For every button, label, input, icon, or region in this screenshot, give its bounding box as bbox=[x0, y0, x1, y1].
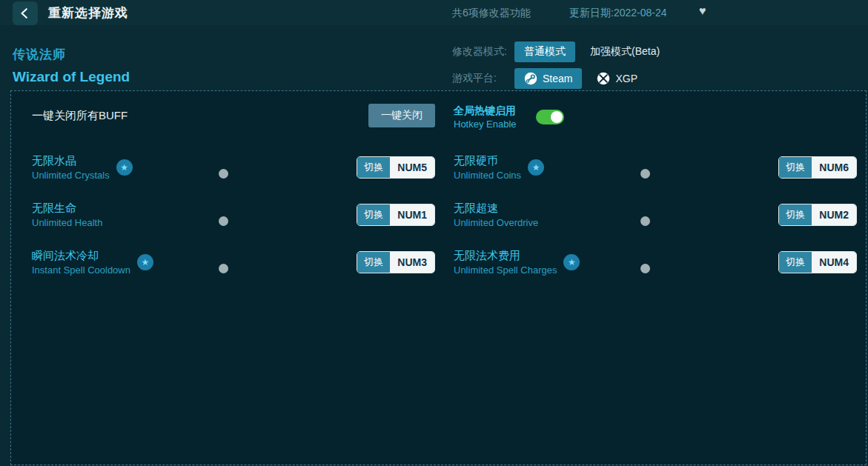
hotkey-toggle-label: 切换 bbox=[357, 252, 390, 273]
feature-name-block: 无限生命 Unlimited Health bbox=[32, 201, 102, 228]
feature-name-en: Unlimited Health bbox=[32, 217, 102, 228]
star-badge-icon: ★ bbox=[137, 254, 153, 270]
page-title: 重新选择游戏 bbox=[48, 4, 128, 21]
feature-hotkey-button[interactable]: 切换 NUM5 bbox=[357, 156, 435, 179]
toggle-knob bbox=[219, 264, 228, 273]
mode-enhanced-button[interactable]: 加强模式(Beta) bbox=[590, 45, 660, 59]
feature-hotkey-button[interactable]: 切换 NUM2 bbox=[778, 204, 857, 226]
feature-name-en: Unlimited Crystals bbox=[32, 170, 110, 181]
hotkey-key-label: NUM6 bbox=[812, 157, 856, 178]
feature-name-cn: 无限水晶 bbox=[32, 154, 110, 168]
feature-row: 无限水晶 Unlimited Crystals ★ 切换 NUM5 bbox=[32, 153, 435, 181]
hotkey-enable-section: 全局热键启用 Hotkey Enable bbox=[454, 104, 857, 130]
game-title-cn: 传说法师 bbox=[13, 46, 66, 63]
close-all-button[interactable]: 一键关闭 bbox=[368, 104, 435, 127]
hotkey-toggle-label: 切换 bbox=[357, 204, 390, 225]
toggle-knob bbox=[219, 169, 228, 179]
feature-hotkey-button[interactable]: 切换 NUM4 bbox=[778, 251, 857, 273]
panel-top-row: 一键关闭所有BUFF 一键关闭 全局热键启用 Hotkey Enable bbox=[32, 104, 857, 130]
features-count-label: 共6项修改器功能 bbox=[452, 7, 531, 20]
game-platform-label: 游戏平台: bbox=[452, 72, 514, 85]
update-date-label: 更新日期:2022-08-24 bbox=[569, 7, 667, 20]
toggle-knob bbox=[640, 216, 650, 226]
steam-icon bbox=[524, 72, 537, 85]
close-all-label: 一键关闭所有BUFF bbox=[32, 109, 127, 123]
feature-name-cn: 无限超速 bbox=[454, 202, 538, 216]
feature-name-en: Unlimited Spell Charges bbox=[454, 264, 557, 276]
hotkey-key-label: NUM2 bbox=[812, 204, 856, 225]
platform-steam-label: Steam bbox=[543, 73, 572, 84]
hotkey-toggle-label: 切换 bbox=[357, 157, 390, 178]
game-title-en: Wizard of Legend bbox=[13, 69, 130, 85]
back-button[interactable] bbox=[13, 1, 38, 25]
hotkey-key-label: NUM3 bbox=[390, 252, 434, 273]
favorite-heart-icon[interactable]: ♥ bbox=[699, 4, 706, 18]
feature-name-block: 无限硬币 Unlimited Coins ★ bbox=[454, 153, 544, 181]
game-header: 传说法师 Wizard of Legend 修改器模式: 普通模式 加强模式(B… bbox=[0, 25, 868, 90]
hotkey-key-label: NUM1 bbox=[390, 204, 434, 225]
feature-name-cn: 无限生命 bbox=[32, 202, 102, 216]
feature-name-block: 无限水晶 Unlimited Crystals ★ bbox=[32, 153, 133, 181]
hotkey-toggle-label: 切换 bbox=[779, 157, 812, 178]
hotkey-enable-toggle[interactable] bbox=[536, 110, 564, 124]
game-platform-row: 游戏平台: Steam bbox=[452, 67, 660, 90]
trainer-mode-label: 修改器模式: bbox=[452, 45, 514, 59]
feature-name-cn: 瞬间法术冷却 bbox=[32, 249, 130, 263]
feature-name-en: Instant Spell Cooldown bbox=[32, 264, 130, 276]
hotkey-toggle-label: 切换 bbox=[779, 204, 812, 225]
feature-name-en: Unlimited Coins bbox=[454, 170, 521, 181]
toggle-knob bbox=[640, 169, 650, 179]
top-bar: 重新选择游戏 共6项修改器功能 更新日期:2022-08-24 ♥ bbox=[0, 0, 868, 25]
feature-name-block: 无限超速 Unlimited Overdrive bbox=[454, 201, 538, 228]
hotkey-key-label: NUM5 bbox=[390, 157, 434, 178]
feature-row: 无限生命 Unlimited Health 切换 NUM1 bbox=[32, 201, 435, 228]
mode-normal-button[interactable]: 普通模式 bbox=[514, 41, 575, 62]
feature-name-en: Unlimited Overdrive bbox=[454, 217, 538, 228]
feature-hotkey-button[interactable]: 切换 NUM1 bbox=[357, 204, 435, 226]
feature-hotkey-button[interactable]: 切换 NUM3 bbox=[357, 251, 435, 273]
feature-name-block: 瞬间法术冷却 Instant Spell Cooldown ★ bbox=[32, 248, 153, 276]
xbox-icon bbox=[597, 72, 610, 85]
platform-steam-button[interactable]: Steam bbox=[514, 68, 582, 89]
platform-xgp-button[interactable]: XGP bbox=[597, 72, 637, 85]
hotkey-key-label: NUM4 bbox=[812, 252, 856, 273]
feature-name-cn: 无限法术费用 bbox=[454, 249, 557, 263]
toggle-knob bbox=[219, 216, 228, 226]
feature-hotkey-button[interactable]: 切换 NUM6 bbox=[778, 156, 857, 179]
hotkey-enable-label-cn: 全局热键启用 bbox=[454, 104, 517, 118]
feature-row: 无限超速 Unlimited Overdrive 切换 NUM2 bbox=[454, 201, 857, 228]
toggle-knob bbox=[640, 264, 650, 273]
close-all-section: 一键关闭所有BUFF 一键关闭 bbox=[32, 104, 435, 127]
hotkey-enable-label-en: Hotkey Enable bbox=[454, 119, 517, 130]
feature-row: 无限法术费用 Unlimited Spell Charges ★ 切换 NUM4 bbox=[454, 248, 857, 276]
star-badge-icon: ★ bbox=[563, 254, 580, 270]
trainer-panel: 一键关闭所有BUFF 一键关闭 全局热键启用 Hotkey Enable 无限水… bbox=[10, 90, 867, 465]
trainer-mode-row: 修改器模式: 普通模式 加强模式(Beta) bbox=[452, 41, 660, 63]
toggle-knob bbox=[551, 111, 563, 123]
feature-row: 无限硬币 Unlimited Coins ★ 切换 NUM6 bbox=[454, 153, 857, 181]
star-badge-icon: ★ bbox=[528, 159, 544, 176]
header-controls: 修改器模式: 普通模式 加强模式(Beta) 游戏平台: Steam bbox=[452, 41, 660, 94]
hotkey-toggle-label: 切换 bbox=[779, 252, 812, 273]
feature-name-cn: 无限硬币 bbox=[454, 154, 521, 168]
feature-row: 瞬间法术冷却 Instant Spell Cooldown ★ 切换 NUM3 bbox=[32, 248, 435, 276]
features-grid: 无限水晶 Unlimited Crystals ★ 切换 NUM5 无限硬币 U… bbox=[32, 153, 857, 276]
feature-name-block: 无限法术费用 Unlimited Spell Charges ★ bbox=[454, 248, 580, 276]
star-badge-icon: ★ bbox=[116, 159, 133, 176]
chevron-left-icon bbox=[19, 7, 32, 20]
platform-xgp-label: XGP bbox=[615, 73, 637, 84]
